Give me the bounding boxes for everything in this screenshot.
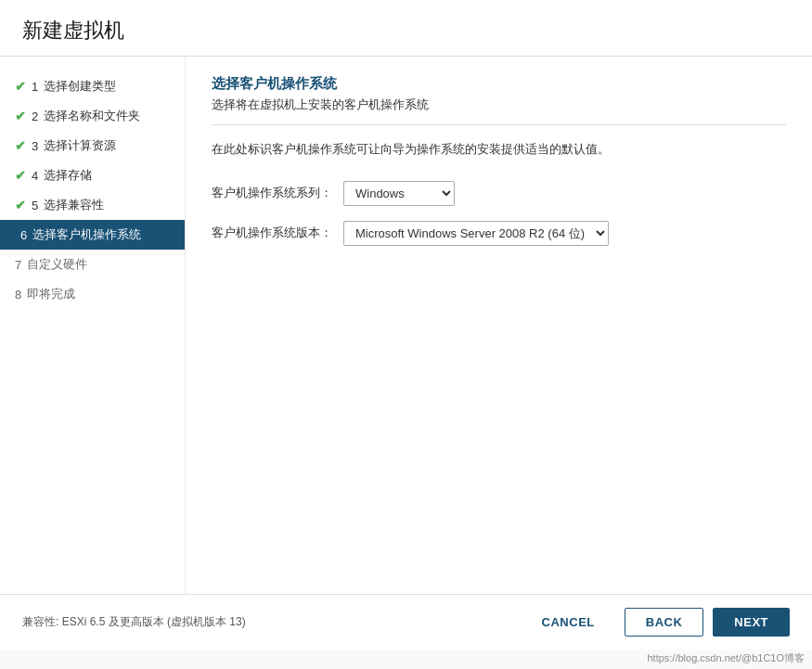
step-label: 选择计算资源 xyxy=(44,137,116,154)
next-button[interactable]: NEXT xyxy=(713,608,790,637)
dialog-title: 新建虚拟机 xyxy=(22,17,790,45)
step-label: 选择兼容性 xyxy=(44,197,104,213)
dialog-footer: 兼容性: ESXi 6.5 及更高版本 (虚拟机版本 13) CANCEL BA… xyxy=(0,594,812,650)
os-version-label: 客户机操作系统版本： xyxy=(212,225,332,241)
step-num: 7 xyxy=(15,258,21,272)
step-label: 自定义硬件 xyxy=(27,256,87,273)
step-num: 2 xyxy=(32,109,38,123)
sidebar-item-step6[interactable]: 6选择客户机操作系统 xyxy=(0,220,185,250)
footer-buttons: CANCEL BACK NEXT xyxy=(522,608,790,637)
step-label: 选择创建类型 xyxy=(44,78,116,95)
dialog-header: 新建虚拟机 xyxy=(0,0,812,57)
sidebar-item-step7: 7自定义硬件 xyxy=(0,250,185,279)
os-version-row: 客户机操作系统版本： Microsoft Windows Server 2008… xyxy=(212,221,786,246)
sidebar-item-step2[interactable]: ✔2选择名称和文件夹 xyxy=(0,101,185,131)
check-icon: ✔ xyxy=(15,109,26,123)
check-icon: ✔ xyxy=(15,79,26,94)
new-vm-dialog: 新建虚拟机 ✔1选择创建类型✔2选择名称和文件夹✔3选择计算资源✔4选择存储✔5… xyxy=(0,0,812,669)
step-num: 6 xyxy=(20,228,27,242)
cancel-button[interactable]: CANCEL xyxy=(522,609,615,636)
sidebar-item-step8: 8即将完成 xyxy=(0,279,185,309)
check-icon: ✔ xyxy=(15,168,26,183)
os-version-select[interactable]: Microsoft Windows Server 2008 R2 (64 位)M… xyxy=(343,221,609,246)
sidebar-item-step1[interactable]: ✔1选择创建类型 xyxy=(0,71,185,101)
step-label: 选择客户机操作系统 xyxy=(32,226,141,243)
step-label: 即将完成 xyxy=(27,286,75,302)
os-family-label: 客户机操作系统系列： xyxy=(212,185,332,201)
dialog-body: ✔1选择创建类型✔2选择名称和文件夹✔3选择计算资源✔4选择存储✔5选择兼容性6… xyxy=(0,57,812,594)
watermark: https://blog.csdn.net/@b1C1O博客 xyxy=(0,650,812,669)
step-num: 5 xyxy=(32,199,38,212)
content-subtitle: 选择将在虚拟机上安装的客户机操作系统 xyxy=(212,96,786,113)
step-label: 选择存储 xyxy=(44,167,92,184)
sidebar: ✔1选择创建类型✔2选择名称和文件夹✔3选择计算资源✔4选择存储✔5选择兼容性6… xyxy=(0,57,186,594)
back-button[interactable]: BACK xyxy=(625,608,704,637)
check-icon: ✔ xyxy=(15,138,26,153)
description-text: 在此处标识客户机操作系统可让向导为操作系统的安装提供适当的默认值。 xyxy=(212,140,786,159)
os-family-select[interactable]: WindowsLinuxOther xyxy=(343,181,455,206)
sidebar-item-step3[interactable]: ✔3选择计算资源 xyxy=(0,131,185,161)
sidebar-item-step5[interactable]: ✔5选择兼容性 xyxy=(0,190,185,220)
step-label: 选择名称和文件夹 xyxy=(44,108,140,124)
os-family-row: 客户机操作系统系列： WindowsLinuxOther xyxy=(212,181,786,206)
step-num: 8 xyxy=(15,288,21,302)
step-num: 4 xyxy=(32,169,38,183)
check-icon: ✔ xyxy=(15,198,26,212)
sidebar-item-step4[interactable]: ✔4选择存储 xyxy=(0,161,185,190)
step-num: 1 xyxy=(32,80,38,94)
divider xyxy=(212,124,786,125)
step-num: 3 xyxy=(32,139,38,153)
compat-text: 兼容性: ESXi 6.5 及更高版本 (虚拟机版本 13) xyxy=(22,614,246,630)
content-title: 选择客户机操作系统 xyxy=(212,75,786,93)
content-area: 选择客户机操作系统 选择将在虚拟机上安装的客户机操作系统 在此处标识客户机操作系… xyxy=(186,57,812,594)
